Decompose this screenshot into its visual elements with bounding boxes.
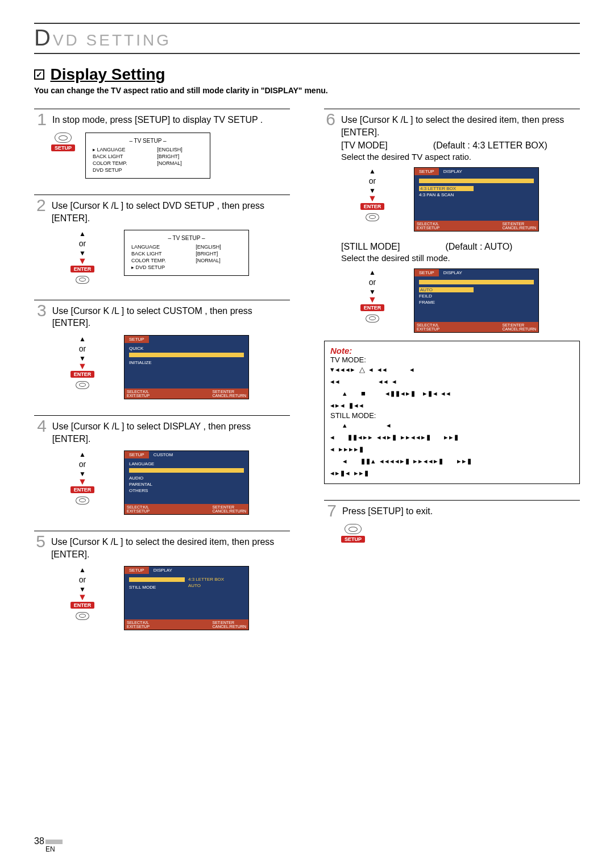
step-7: 7 Press [SETUP] to exit. SETUP bbox=[324, 500, 580, 543]
note-symbols: ▾◂◂◂▸ △ ◂ ◂◂ ◂ bbox=[330, 364, 574, 376]
still-mode-heading: [STILL MODE] bbox=[341, 242, 400, 251]
eye-icon bbox=[55, 133, 72, 143]
section-title-row: ✓ Display Setting bbox=[34, 65, 580, 86]
osd-still-mode: SETUPDISPLAY AUTO FEILD FRAME SELECT:K/L… bbox=[414, 268, 539, 333]
setup-remote-icon: SETUP bbox=[51, 133, 75, 151]
cursor-remote-icon: or ▼ ENTER bbox=[51, 230, 114, 284]
note-title: Note: bbox=[330, 346, 574, 356]
checkbox-icon: ✓ bbox=[34, 69, 44, 80]
tv-mode-desc: Select the desired TV aspect ratio. bbox=[341, 152, 580, 162]
osd-setup-custom: SETUP QUICK INITIALIZE SELECT:K/L EXIT:S… bbox=[124, 335, 249, 399]
step-text-1: In stop mode, press [SETUP] to display T… bbox=[52, 111, 263, 126]
section-title: Display Setting bbox=[50, 65, 165, 84]
step-1: 1 In stop mode, press [SETUP] to display… bbox=[34, 109, 290, 179]
step-4: 4 Use [Cursor K /L ] to select DISPLAY ,… bbox=[34, 415, 290, 515]
enter-arrow-icon: ▼ bbox=[78, 258, 87, 264]
osd-display-menu: SETUPDISPLAY STILL MODE 4:3 LETTER BOX A… bbox=[124, 566, 249, 630]
header-title: DVD SETTING bbox=[34, 31, 171, 49]
section-subtitle: You can change the TV aspect ratio and s… bbox=[34, 86, 330, 95]
step-3: 3 Use [Cursor K /L ] to select CUSTOM , … bbox=[34, 300, 290, 399]
page-number: 38 EN bbox=[34, 836, 63, 853]
eye-icon bbox=[76, 276, 89, 284]
tv-mode-default: (Default : 4:3 LETTER BOX) bbox=[433, 140, 547, 150]
osd-custom-menu: SETUPCUSTOM LANGUAGE AUDIO PARENTAL OTHE… bbox=[124, 450, 249, 515]
setup-label: SETUP bbox=[51, 144, 75, 151]
setup-remote-icon: SETUP bbox=[341, 524, 365, 543]
up-arrow-icon bbox=[79, 230, 86, 238]
note-stillmode-label: STILL MODE: bbox=[330, 411, 574, 420]
note-box: Note: TV MODE: ▾◂◂◂▸ △ ◂ ◂◂ ◂ ◂◂ ◂◂ ◂ ▴ … bbox=[324, 341, 580, 484]
up-arrow-icon bbox=[79, 335, 86, 343]
still-mode-desc: Select the desired still mode. bbox=[341, 253, 580, 263]
left-column: 1 In stop mode, press [SETUP] to display… bbox=[34, 109, 290, 646]
tv-mode-heading: [TV MODE] bbox=[341, 140, 388, 150]
step-6: 6 Use [Cursor K /L ] to select the desir… bbox=[324, 109, 580, 484]
tv-setup-box-1: – TV SETUP – LANGUAGE[ENGLISH] BACK LIGH… bbox=[85, 133, 210, 179]
still-mode-default: (Default : AUTO) bbox=[445, 242, 512, 251]
step-5: 5 Use [Cursor K /L ] to select the desir… bbox=[34, 531, 290, 630]
right-column: 6 Use [Cursor K /L ] to select the desir… bbox=[324, 109, 580, 646]
step-num-1: 1 bbox=[34, 111, 47, 127]
page-header: DVD SETTING bbox=[34, 23, 580, 54]
osd-tv-mode: SETUPDISPLAY 4:3 LETTER BOX 4:3 PAN & SC… bbox=[414, 167, 539, 232]
tv-setup-box-2: – TV SETUP – LANGUAGE[ENGLISH] BACK LIGH… bbox=[124, 230, 249, 276]
step-2: 2 Use [Cursor K /L ] to select DVD SETUP… bbox=[34, 195, 290, 284]
header-d: D bbox=[34, 25, 53, 50]
note-tvmode-label: TV MODE: bbox=[330, 356, 574, 364]
